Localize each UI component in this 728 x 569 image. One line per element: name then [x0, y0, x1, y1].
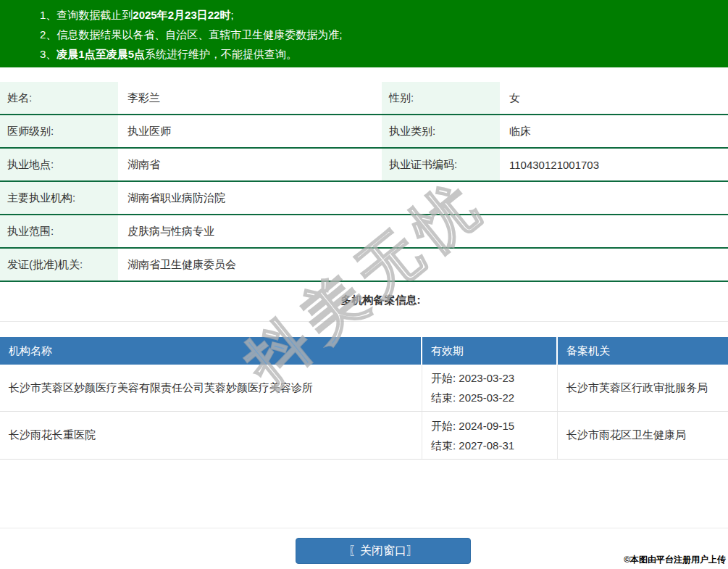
record-1-end: 结束: 2025-03-22 [431, 388, 557, 407]
header-org-name: 机构名称 [0, 337, 422, 365]
issuer-value: 湖南省卫生健康委员会 [118, 249, 728, 281]
info-row-scope: 执业范围: 皮肤病与性病专业 [0, 215, 728, 249]
record-2-authority: 长沙市雨花区卫生健康局 [558, 412, 728, 459]
info-row-level-category: 医师级别: 执业医师 执业类别: 临床 [0, 115, 728, 149]
notice-1-number: 1、 [40, 9, 57, 21]
record-1-validity: 开始: 2023-03-23 结束: 2025-03-22 [422, 365, 558, 411]
notice-1-text: 查询数据截止到 [57, 9, 133, 21]
record-row-1: 长沙市芙蓉区妙颜医疗美容有限责任公司芙蓉妙颜医疗美容诊所 开始: 2023-03… [0, 365, 728, 412]
notice-2-number: 2、 [40, 28, 57, 41]
divider-above-records [0, 321, 728, 322]
start-label: 开始: [431, 372, 459, 384]
records-header-row: 机构名称 有效期 备案机关 [0, 337, 728, 365]
gender-value: 女 [500, 82, 728, 114]
record-1-start-date: 2023-03-23 [459, 372, 514, 384]
issuer-label: 发证(批准)机关: [0, 249, 118, 281]
level-label: 医师级别: [0, 115, 118, 147]
multi-org-records-table: 机构名称 有效期 备案机关 长沙市芙蓉区妙颜医疗美容有限责任公司芙蓉妙颜医疗美容… [0, 337, 728, 460]
record-2-validity: 开始: 2024-09-15 结束: 2027-08-31 [422, 412, 558, 459]
notice-banner: 1、查询数据截止到2025年2月23日22时; 2、信息数据结果以各省、自治区、… [0, 0, 728, 67]
record-2-end-date: 2027-08-31 [459, 439, 514, 452]
record-2-start: 开始: 2024-09-15 [431, 416, 557, 436]
category-value: 临床 [500, 115, 728, 147]
record-1-org: 长沙市芙蓉区妙颜医疗美容有限责任公司芙蓉妙颜医疗美容诊所 [0, 365, 422, 411]
notice-line-3: 3、凌晨1点至凌晨5点系统进行维护，不能提供查询。 [40, 44, 728, 64]
info-row-issuer: 发证(批准)机关: 湖南省卫生健康委员会 [0, 249, 728, 282]
notice-line-2: 2、信息数据结果以各省、自治区、直辖市卫生健康委数据为准; [40, 25, 728, 44]
practitioner-info-table: 姓名: 李彩兰 性别: 女 医师级别: 执业医师 执业类别: 临床 执业地点: … [0, 82, 728, 282]
record-row-2: 长沙雨花长重医院 开始: 2024-09-15 结束: 2027-08-31 长… [0, 412, 728, 460]
header-validity: 有效期 [422, 337, 558, 365]
notice-2-text: 信息数据结果以各省、自治区、直辖市卫生健康委数据为准; [57, 28, 342, 41]
physician-query-result-page: 1、查询数据截止到2025年2月23日22时; 2、信息数据结果以各省、自治区、… [0, 0, 728, 569]
notice-3-number: 3、 [40, 48, 57, 60]
cert-number-label: 执业证书编码: [382, 149, 500, 180]
main-org-value: 湖南省职业病防治院 [118, 182, 728, 214]
name-value: 李彩兰 [118, 82, 382, 114]
notice-1-suffix: ; [230, 9, 233, 21]
multi-org-section-heading: 多机构备案信息: [0, 294, 728, 307]
record-2-org: 长沙雨花长重医院 [0, 412, 422, 459]
close-window-button[interactable]: 〖关闭窗口〗 [296, 538, 471, 564]
end-label: 结束: [431, 439, 459, 452]
scope-label: 执业范围: [0, 215, 118, 247]
scope-value: 皮肤病与性病专业 [118, 215, 728, 247]
location-label: 执业地点: [0, 149, 118, 180]
divider-above-button [0, 528, 728, 528]
name-label: 姓名: [0, 82, 118, 114]
record-1-start: 开始: 2023-03-23 [431, 368, 557, 388]
record-2-start-date: 2024-09-15 [459, 420, 514, 432]
info-row-main-org: 主要执业机构: 湖南省职业病防治院 [0, 182, 728, 215]
notice-1-bold-date: 2025年2月23日22时 [133, 9, 230, 21]
notice-line-1: 1、查询数据截止到2025年2月23日22时; [40, 5, 728, 25]
notice-3-bold-time: 凌晨1点至凌晨5点 [57, 48, 145, 60]
category-label: 执业类别: [382, 115, 500, 147]
record-1-end-date: 2025-03-22 [459, 391, 514, 404]
level-value: 执业医师 [118, 115, 382, 147]
gender-label: 性别: [382, 82, 500, 114]
start-label: 开始: [431, 420, 459, 432]
end-label: 结束: [431, 391, 459, 404]
header-authority: 备案机关 [558, 337, 728, 365]
info-row-location-cert: 执业地点: 湖南省 执业证书编码: 110430121001703 [0, 149, 728, 182]
multi-org-section-heading-text: 多机构备案信息: [341, 294, 421, 306]
cert-number-value: 110430121001703 [500, 149, 728, 180]
copyright-note: ©本图由平台注册用户上传 [624, 554, 726, 566]
main-org-label: 主要执业机构: [0, 182, 118, 214]
location-value: 湖南省 [118, 149, 382, 180]
record-2-end: 结束: 2027-08-31 [431, 436, 557, 455]
info-row-name-gender: 姓名: 李彩兰 性别: 女 [0, 82, 728, 115]
record-1-authority: 长沙市芙蓉区行政审批服务局 [558, 365, 728, 411]
notice-3-suffix: 系统进行维护，不能提供查询。 [145, 48, 297, 60]
